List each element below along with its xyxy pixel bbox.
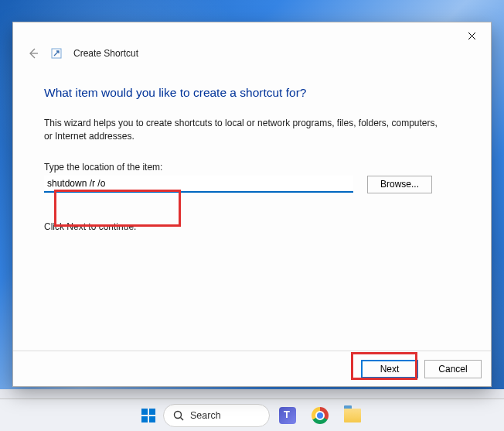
taskbar-explorer[interactable] (338, 404, 367, 427)
window-titlebar (13, 22, 491, 49)
svg-rect-2 (149, 409, 155, 415)
wizard-footer: Next Cancel (13, 351, 491, 386)
taskbar-chrome[interactable] (305, 404, 335, 427)
arrow-left-icon (27, 47, 39, 60)
wizard-headline: What item would you like to create a sho… (44, 86, 460, 100)
search-icon (173, 410, 184, 421)
desktop-strip (0, 389, 504, 399)
browse-button[interactable]: Browse... (367, 176, 432, 193)
cancel-button[interactable]: Cancel (424, 360, 482, 378)
svg-rect-3 (141, 416, 148, 422)
svg-rect-4 (149, 416, 155, 422)
taskbar-search-placeholder: Search (190, 410, 221, 421)
location-label: Type the location of the item: (44, 162, 460, 173)
breadcrumb: Create Shortcut (13, 47, 491, 64)
close-icon (468, 32, 476, 40)
back-button[interactable] (27, 47, 39, 60)
next-button[interactable]: Next (361, 360, 418, 378)
taskbar: Search (0, 399, 504, 431)
window-title: Create Shortcut (73, 48, 138, 59)
start-button[interactable] (137, 404, 160, 427)
svg-point-5 (175, 411, 182, 418)
taskbar-search[interactable]: Search (163, 404, 270, 427)
close-button[interactable] (454, 24, 489, 47)
create-shortcut-window: Create Shortcut What item would you like… (12, 22, 492, 387)
shortcut-icon (50, 47, 63, 60)
taskbar-teams[interactable] (273, 404, 302, 427)
chrome-icon (312, 407, 329, 424)
file-explorer-icon (344, 409, 361, 422)
wizard-description: This wizard helps you to create shortcut… (44, 117, 446, 143)
windows-icon (141, 408, 156, 423)
location-input[interactable] (44, 176, 353, 193)
svg-rect-1 (141, 409, 148, 415)
teams-icon (279, 407, 296, 424)
continue-hint: Click Next to continue. (44, 221, 460, 232)
location-row: Browse... (44, 176, 460, 193)
wizard-content: What item would you like to create a sho… (13, 64, 491, 351)
